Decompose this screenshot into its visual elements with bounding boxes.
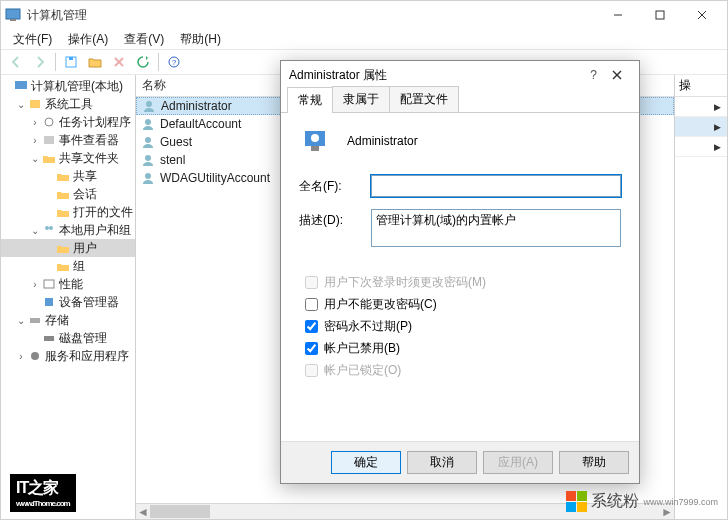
svg-point-26 — [145, 155, 151, 161]
account-locked-checkbox — [305, 364, 318, 377]
menu-action[interactable]: 操作(A) — [62, 29, 114, 50]
help-button[interactable]: ? — [163, 51, 185, 73]
must-change-password-row: 用户下次登录时须更改密码(M) — [301, 271, 621, 293]
tree-groups[interactable]: 组 — [1, 257, 135, 275]
must-change-label: 用户下次登录时须更改密码(M) — [324, 274, 486, 291]
cannot-change-checkbox[interactable] — [305, 298, 318, 311]
full-name-input[interactable] — [371, 175, 621, 197]
minimize-button[interactable] — [597, 3, 639, 27]
scroll-thumb[interactable] — [150, 505, 210, 518]
svg-rect-1 — [10, 19, 16, 21]
never-expires-checkbox[interactable] — [305, 320, 318, 333]
svg-rect-7 — [69, 57, 73, 60]
toolbar-separator — [158, 53, 159, 71]
toolbar-separator — [55, 53, 56, 71]
full-name-label: 全名(F): — [299, 175, 371, 195]
cannot-change-label: 用户不能更改密码(C) — [324, 296, 437, 313]
dialog-close-button[interactable] — [603, 65, 631, 85]
tree-system-tools[interactable]: ⌄系统工具 — [1, 95, 135, 113]
forward-button[interactable] — [29, 51, 51, 73]
svg-point-25 — [145, 137, 151, 143]
svg-point-32 — [311, 134, 319, 142]
triangle-icon: ▶ — [714, 102, 721, 112]
triangle-icon: ▶ — [714, 142, 721, 152]
window-title: 计算机管理 — [27, 7, 597, 24]
tab-member-of[interactable]: 隶属于 — [332, 86, 390, 112]
close-button[interactable] — [681, 3, 723, 27]
menu-file[interactable]: 文件(F) — [7, 29, 58, 50]
triangle-icon: ▶ — [714, 122, 721, 132]
svg-rect-15 — [44, 136, 54, 144]
tab-general[interactable]: 常规 — [287, 87, 333, 113]
svg-point-27 — [145, 173, 151, 179]
tab-profile[interactable]: 配置文件 — [389, 86, 459, 112]
svg-rect-3 — [656, 11, 664, 19]
svg-point-14 — [45, 118, 53, 126]
user-icon — [140, 135, 156, 149]
titlebar: 计算机管理 — [1, 1, 727, 29]
never-expires-row[interactable]: 密码永不过期(P) — [301, 315, 621, 337]
watermark-xitongfen: 系统粉 www.win7999.com — [566, 491, 718, 512]
back-button[interactable] — [5, 51, 27, 73]
svg-point-22 — [31, 352, 39, 360]
svg-text:?: ? — [172, 58, 177, 67]
user-icon — [140, 153, 156, 167]
properties-button[interactable] — [60, 51, 82, 73]
description-row: 描述(D): 管理计算机(域)的内置帐户 — [299, 209, 621, 247]
tree-sessions[interactable]: 会话 — [1, 185, 135, 203]
action-item[interactable]: ▶ — [675, 117, 727, 137]
account-disabled-checkbox[interactable] — [305, 342, 318, 355]
action-item[interactable]: ▶ — [675, 97, 727, 117]
dialog-help-button[interactable]: ? — [590, 68, 597, 82]
tree-services-apps[interactable]: ›服务和应用程序 — [1, 347, 135, 365]
tree-disk-management[interactable]: 磁盘管理 — [1, 329, 135, 347]
properties-dialog: Administrator 属性 ? 常规 隶属于 配置文件 Administr… — [280, 60, 640, 484]
tree-shared-folders[interactable]: ⌄共享文件夹 — [1, 149, 135, 167]
refresh-button[interactable] — [132, 51, 154, 73]
tree-open-files[interactable]: 打开的文件 — [1, 203, 135, 221]
folder-button[interactable] — [84, 51, 106, 73]
svg-point-24 — [145, 119, 151, 125]
dialog-button-bar: 确定 取消 应用(A) 帮助 — [281, 441, 639, 483]
tree-event-viewer[interactable]: ›事件查看器 — [1, 131, 135, 149]
dialog-titlebar: Administrator 属性 ? — [281, 61, 639, 89]
tree-storage[interactable]: ⌄存储 — [1, 311, 135, 329]
user-icon — [141, 99, 157, 113]
dialog-title: Administrator 属性 — [289, 67, 590, 84]
cancel-button[interactable]: 取消 — [407, 451, 477, 474]
apply-button[interactable]: 应用(A) — [483, 451, 553, 474]
window-controls — [597, 3, 723, 27]
tree-performance[interactable]: ›性能 — [1, 275, 135, 293]
cannot-change-password-row[interactable]: 用户不能更改密码(C) — [301, 293, 621, 315]
tree-users[interactable]: 用户 — [1, 239, 135, 257]
navigation-tree[interactable]: 计算机管理(本地) ⌄系统工具 ›任务计划程序 ›事件查看器 ⌄共享文件夹 共享… — [1, 75, 136, 519]
menu-help[interactable]: 帮助(H) — [174, 29, 227, 50]
help-button[interactable]: 帮助 — [559, 451, 629, 474]
account-locked-label: 帐户已锁定(O) — [324, 362, 401, 379]
maximize-button[interactable] — [639, 3, 681, 27]
tree-task-scheduler[interactable]: ›任务计划程序 — [1, 113, 135, 131]
tree-local-users[interactable]: ⌄本地用户和组 — [1, 221, 135, 239]
ok-button[interactable]: 确定 — [331, 451, 401, 474]
account-disabled-row[interactable]: 帐户已禁用(B) — [301, 337, 621, 359]
app-icon — [5, 7, 21, 23]
tree-device-manager[interactable]: 设备管理器 — [1, 293, 135, 311]
svg-rect-19 — [45, 298, 53, 306]
user-name-label: Administrator — [347, 134, 418, 148]
svg-rect-18 — [44, 280, 54, 288]
account-disabled-label: 帐户已禁用(B) — [324, 340, 400, 357]
svg-point-23 — [146, 101, 152, 107]
dialog-tabs: 常规 隶属于 配置文件 — [281, 89, 639, 113]
never-expires-label: 密码永不过期(P) — [324, 318, 412, 335]
tree-shares[interactable]: 共享 — [1, 167, 135, 185]
delete-button[interactable] — [108, 51, 130, 73]
menu-view[interactable]: 查看(V) — [118, 29, 170, 50]
ms-logo-icon — [566, 491, 587, 512]
svg-rect-21 — [44, 336, 54, 341]
description-input[interactable]: 管理计算机(域)的内置帐户 — [371, 209, 621, 247]
must-change-checkbox — [305, 276, 318, 289]
description-label: 描述(D): — [299, 209, 371, 229]
action-item[interactable]: ▶ — [675, 137, 727, 157]
scroll-left-arrow[interactable]: ◄ — [136, 504, 150, 520]
tree-root[interactable]: 计算机管理(本地) — [1, 77, 135, 95]
